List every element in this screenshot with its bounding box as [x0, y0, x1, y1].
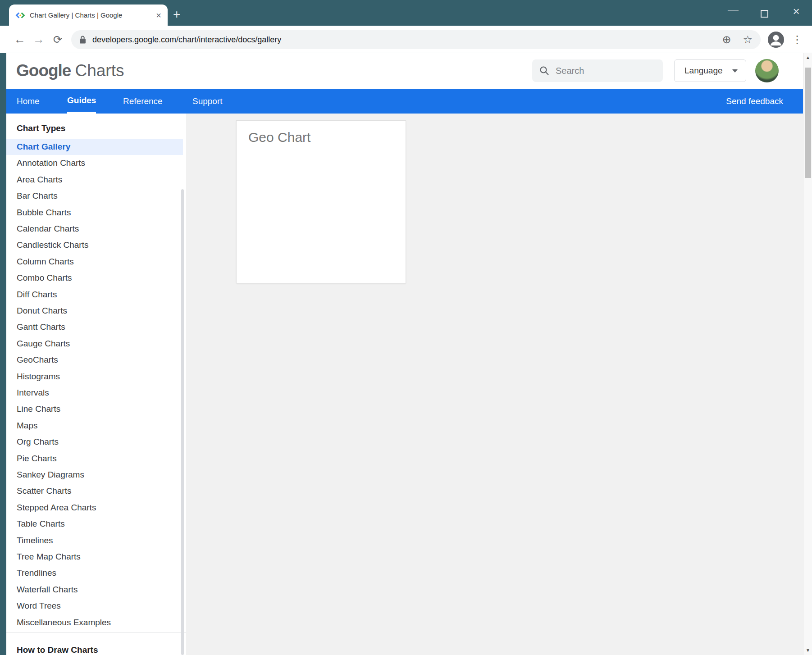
url-bar[interactable]: developers.google.com/chart/interactive/… — [71, 30, 761, 49]
search-input[interactable]: Search — [532, 59, 663, 82]
sidebar-item-line-charts[interactable]: Line Charts — [6, 401, 183, 417]
avatar[interactable] — [755, 59, 779, 82]
geo-chart-thumbnail — [237, 121, 406, 283]
browser-tab[interactable]: Chart Gallery | Charts | Google × — [9, 5, 168, 26]
primary-nav: Send feedback HomeGuidesReferenceSupport — [6, 89, 803, 114]
tab-close-icon[interactable]: × — [156, 11, 161, 20]
sidebar-item-sankey-diagrams[interactable]: Sankey Diagrams — [6, 467, 183, 483]
sidebar-scrollbar-thumb[interactable] — [181, 189, 184, 655]
scroll-down-icon[interactable]: ▼ — [803, 646, 812, 655]
sidebar-item-annotation-charts[interactable]: Annotation Charts — [6, 155, 183, 171]
sidebar-item-org-charts[interactable]: Org Charts — [6, 434, 183, 450]
browser-toolbar: ← → ⟳ developers.google.com/chart/intera… — [0, 26, 812, 53]
sidebar-item-calendar-charts[interactable]: Calendar Charts — [6, 221, 183, 237]
send-feedback-link[interactable]: Send feedback — [726, 89, 783, 114]
sidebar-item-gauge-charts[interactable]: Gauge Charts — [6, 336, 183, 352]
new-tab-icon[interactable]: + — [173, 8, 180, 21]
sidebar-item-area-charts[interactable]: Area Charts — [6, 172, 183, 188]
scroll-up-icon[interactable]: ▲ — [803, 53, 812, 62]
close-icon[interactable]: × — [789, 5, 804, 18]
language-label: Language — [684, 66, 723, 76]
card-geo-chart[interactable]: Geo Chart — [236, 120, 406, 283]
sidebar-item-candlestick-charts[interactable]: Candlestick Charts — [6, 237, 183, 253]
nav-item-support[interactable]: Support — [192, 89, 223, 114]
nav-item-reference[interactable]: Reference — [123, 89, 163, 114]
sidebar-footer-title: How to Draw Charts — [17, 645, 98, 655]
nav-item-guides[interactable]: Guides — [67, 89, 96, 114]
logo-charts: Charts — [75, 61, 124, 80]
tab-bar: Chart Gallery | Charts | Google × + — × — [0, 0, 812, 26]
sidebar-item-maps[interactable]: Maps — [6, 418, 183, 434]
logo-google: Google — [16, 61, 71, 80]
browser-window: Chart Gallery | Charts | Google × + — × … — [0, 0, 812, 655]
window-frame-edge — [0, 53, 6, 655]
search-placeholder: Search — [556, 66, 584, 76]
chevron-down-icon — [732, 69, 738, 73]
sidebar-item-intervals[interactable]: Intervals — [6, 385, 183, 401]
forward-icon[interactable]: → — [30, 26, 48, 53]
sidebar-divider — [6, 632, 187, 633]
sidebar-item-table-charts[interactable]: Table Charts — [6, 516, 183, 532]
menu-kebab-icon[interactable]: ⋮ — [789, 26, 805, 53]
sidebar-item-tree-map-charts[interactable]: Tree Map Charts — [6, 549, 183, 565]
nav-item-home[interactable]: Home — [17, 89, 40, 114]
search-icon — [539, 66, 549, 76]
browser-profile-icon[interactable] — [766, 26, 786, 53]
sidebar-item-bar-charts[interactable]: Bar Charts — [6, 188, 183, 204]
page-scrollbar[interactable]: ▲ ▼ — [803, 53, 812, 655]
back-icon[interactable]: ← — [11, 26, 29, 53]
tab-title: Chart Gallery | Charts | Google — [30, 11, 152, 19]
sidebar-item-stepped-area-charts[interactable]: Stepped Area Charts — [6, 500, 183, 516]
google-charts-logo[interactable]: GoogleCharts — [16, 61, 124, 80]
scrollbar-thumb[interactable] — [805, 68, 811, 178]
site-viewport: GoogleCharts Search Language Send feedba… — [6, 53, 803, 655]
sidebar-item-pie-charts[interactable]: Pie Charts — [6, 450, 183, 467]
sidebar-item-timelines[interactable]: Timelines — [6, 532, 183, 549]
sidebar-item-miscellaneous-examples[interactable]: Miscellaneous Examples — [6, 614, 183, 631]
minimize-icon[interactable]: — — [725, 4, 741, 16]
sidebar-item-geocharts[interactable]: GeoCharts — [6, 352, 183, 368]
site-header: GoogleCharts Search Language — [6, 53, 803, 89]
reload-icon[interactable]: ⟳ — [49, 26, 67, 53]
sidebar-item-word-trees[interactable]: Word Trees — [6, 598, 183, 614]
sidebar-item-combo-charts[interactable]: Combo Charts — [6, 270, 183, 286]
sidebar-item-bubble-charts[interactable]: Bubble Charts — [6, 205, 183, 221]
url-text: developers.google.com/chart/interactive/… — [92, 35, 722, 45]
sidebar-item-histograms[interactable]: Histograms — [6, 368, 183, 385]
language-button[interactable]: Language — [674, 59, 746, 82]
sidebar-item-waterfall-charts[interactable]: Waterfall Charts — [6, 582, 183, 598]
sidebar-item-diff-charts[interactable]: Diff Charts — [6, 287, 183, 303]
sidebar-section-title: Chart Types — [17, 123, 65, 133]
sidebar-item-chart-gallery[interactable]: Chart Gallery — [6, 139, 183, 155]
bookmark-star-icon[interactable]: ☆ — [743, 33, 753, 46]
developers-favicon-icon — [15, 10, 25, 20]
sidebar-item-donut-charts[interactable]: Donut Charts — [6, 303, 183, 319]
sidebar-item-trendlines[interactable]: Trendlines — [6, 565, 183, 581]
lock-icon — [79, 35, 86, 44]
sidebar-item-column-charts[interactable]: Column Charts — [6, 254, 183, 270]
gallery-grid: Geo Chart — [187, 114, 803, 655]
sidebar: Chart Types Chart GalleryAnnotation Char… — [6, 114, 187, 655]
maximize-icon[interactable] — [761, 10, 768, 18]
sidebar-item-scatter-charts[interactable]: Scatter Charts — [6, 483, 183, 499]
zoom-plus-icon[interactable]: ⊕ — [722, 33, 731, 46]
sidebar-item-gantt-charts[interactable]: Gantt Charts — [6, 319, 183, 335]
